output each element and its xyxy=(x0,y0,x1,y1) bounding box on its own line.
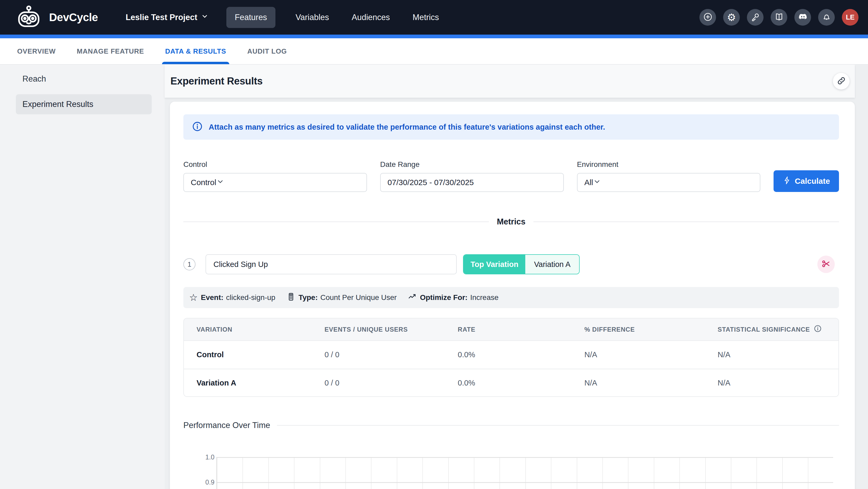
nav-item-variables[interactable]: Variables xyxy=(293,13,332,22)
environment-field: Environment All xyxy=(577,160,761,192)
date-range-field: Date Range 07/30/2025 - 07/30/2025 xyxy=(380,160,564,192)
control-field: Control Control xyxy=(183,160,367,192)
row-events: 0 / 0 xyxy=(324,350,458,359)
variation-toggle: Top Variation Variation A xyxy=(463,254,580,274)
col-difference: % DIFFERENCE xyxy=(584,326,718,333)
devcycle-robot-icon xyxy=(16,5,45,30)
tab-data-results[interactable]: DATA & RESULTS xyxy=(165,38,226,64)
accent-strip xyxy=(0,35,868,38)
environment-select[interactable]: All xyxy=(577,173,761,192)
info-banner-text: Attach as many metrics as desired to val… xyxy=(209,123,605,132)
performance-title: Performance Over Time xyxy=(183,421,270,430)
nav-item-features[interactable]: Features xyxy=(226,7,275,28)
key-icon xyxy=(751,12,760,23)
toggle-top-variation[interactable]: Top Variation xyxy=(464,255,525,274)
row-events: 0 / 0 xyxy=(324,379,458,387)
primary-nav: Features Variables Audiences Metrics xyxy=(226,7,442,28)
scissors-icon xyxy=(821,259,831,269)
chevron-down-icon xyxy=(201,13,209,22)
row-difference: N/A xyxy=(584,350,718,359)
table-row: Control 0 / 0 0.0% N/A N/A xyxy=(184,341,838,369)
table-row: Variation A 0 / 0 0.0% N/A N/A xyxy=(184,369,838,396)
main-panel: Experiment Results Attach as many metric… xyxy=(165,65,868,489)
tab-audit-log[interactable]: AUDIT LOG xyxy=(247,38,287,64)
page-title: Experiment Results xyxy=(170,76,262,87)
devcycle-logo[interactable]: DevCycle xyxy=(16,5,98,30)
star-icon: ☆ xyxy=(189,293,197,302)
date-range-input[interactable]: 07/30/2025 - 07/30/2025 xyxy=(380,173,564,192)
project-selector[interactable]: Leslie Test Project xyxy=(126,13,209,22)
col-events: EVENTS / UNIQUE USERS xyxy=(324,326,458,333)
discord-button[interactable] xyxy=(795,9,811,26)
tab-manage-feature[interactable]: MANAGE FEATURE xyxy=(77,38,144,64)
nav-item-audiences[interactable]: Audiences xyxy=(349,13,393,22)
event-label: Event: xyxy=(201,293,223,302)
nav-item-metrics[interactable]: Metrics xyxy=(410,13,442,22)
type-value: Count Per Unique User xyxy=(320,293,397,302)
gear-icon: ⚙ xyxy=(727,12,736,23)
event-value: clicked-sign-up xyxy=(226,293,275,302)
metric-index-badge: 1 xyxy=(183,258,195,270)
toggle-variation-a[interactable]: Variation A xyxy=(525,255,579,274)
table-header-row: VARIATION EVENTS / UNIQUE USERS RATE % D… xyxy=(184,318,838,341)
bell-icon xyxy=(822,12,831,23)
discord-icon xyxy=(798,12,808,23)
trending-up-icon xyxy=(408,292,420,303)
chart-plot-area xyxy=(216,457,833,489)
row-rate: 0.0% xyxy=(458,350,584,359)
top-nav: DevCycle Leslie Test Project Features Va… xyxy=(0,0,868,35)
calculate-button[interactable]: Calculate xyxy=(774,170,839,192)
chevron-down-icon xyxy=(593,178,601,188)
notifications-button[interactable] xyxy=(818,9,835,26)
lightning-icon xyxy=(783,176,791,186)
brand-wordmark: DevCycle xyxy=(49,11,98,24)
info-icon[interactable] xyxy=(814,324,822,334)
control-select[interactable]: Control xyxy=(183,173,367,192)
type-label: Type: xyxy=(299,293,318,302)
row-significance: N/A xyxy=(718,350,838,359)
row-variation: Variation A xyxy=(196,379,324,387)
col-rate: RATE xyxy=(458,326,584,333)
user-avatar[interactable]: LE xyxy=(842,9,859,26)
metric-name-input[interactable]: Clicked Sign Up xyxy=(206,254,457,274)
gridline-0.9 xyxy=(217,482,833,483)
nav-actions: ⚙ LE xyxy=(700,9,859,26)
feature-tabbar: OVERVIEW MANAGE FEATURE DATA & RESULTS A… xyxy=(0,38,868,65)
api-keys-button[interactable] xyxy=(747,9,764,26)
experiment-results-card: Attach as many metrics as desired to val… xyxy=(170,102,855,489)
calculator-icon xyxy=(286,292,299,303)
remove-metric-button[interactable] xyxy=(817,256,835,273)
row-difference: N/A xyxy=(584,379,718,387)
event-group: ☆ Event: clicked-sign-up xyxy=(189,293,275,302)
gridline-1.0 xyxy=(217,457,833,458)
row-rate: 0.0% xyxy=(458,379,584,387)
chevron-down-icon xyxy=(216,178,224,188)
page-header: Experiment Results xyxy=(165,65,855,98)
row-significance: N/A xyxy=(718,379,838,387)
create-button[interactable] xyxy=(700,9,716,26)
y-axis-tick-1: 1.0 xyxy=(196,453,215,461)
col-variation: VARIATION xyxy=(196,326,324,333)
optimize-value: Increase xyxy=(470,293,498,302)
sidebar-item-experiment-results[interactable]: Experiment Results xyxy=(16,94,152,114)
metric-details-bar: ☆ Event: clicked-sign-up Type: Count Per… xyxy=(183,287,839,308)
type-group: Type: Count Per Unique User xyxy=(286,292,397,303)
row-variation: Control xyxy=(196,350,324,359)
results-table: VARIATION EVENTS / UNIQUE USERS RATE % D… xyxy=(183,318,839,397)
sidebar-item-reach[interactable]: Reach xyxy=(16,69,152,89)
optimize-group: Optimize For: Increase xyxy=(408,292,499,303)
metrics-divider-label: Metrics xyxy=(497,217,526,227)
filters-row: Control Control Date Range 07/30/2025 - … xyxy=(183,160,839,192)
results-sidebar: Reach Experiment Results xyxy=(0,65,165,489)
environment-label: Environment xyxy=(577,160,761,169)
tab-overview[interactable]: OVERVIEW xyxy=(17,38,56,64)
control-label: Control xyxy=(183,160,367,169)
copy-link-button[interactable] xyxy=(833,73,849,89)
y-axis-tick-2: 0.9 xyxy=(196,479,215,486)
docs-button[interactable] xyxy=(771,9,787,26)
metrics-divider: Metrics xyxy=(183,217,839,227)
plus-circle-icon xyxy=(703,12,713,23)
settings-button[interactable]: ⚙ xyxy=(723,9,740,26)
performance-chart: 1.0 0.9 xyxy=(183,446,839,489)
link-icon xyxy=(837,76,846,87)
